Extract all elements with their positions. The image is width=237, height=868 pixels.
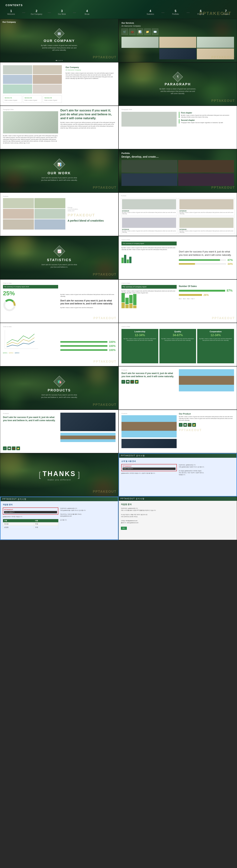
- products-w2-right: [60, 413, 115, 450]
- chart3-title: Number Of Sales: [179, 285, 234, 287]
- interior-img-4: [179, 218, 234, 228]
- slide-chart-data-4: Chart & Data ■ 系列1 ■ 系列2: [0, 323, 119, 366]
- services-awesome: An Awesome Company: [122, 25, 234, 27]
- service-card-3: Service 03 Enter a vision of good: [43, 95, 62, 103]
- port-w2-label: Portfolio: [121, 195, 235, 197]
- thanks-sub: make you different: [43, 478, 76, 481]
- chart2-quote: Don't aim for success if you want it; ju…: [60, 299, 115, 306]
- dot: [56, 60, 57, 61]
- table-cell-4: 유료: [34, 526, 58, 529]
- chart3-bar-group-3: [129, 295, 133, 308]
- nav-item-4[interactable]: 4 Break: [81, 9, 93, 15]
- second-chapter-text: Paragraph Slide chapter Second chapter r…: [181, 122, 234, 124]
- interior-text-3: By faith I mean a vision of good men and…: [122, 230, 176, 233]
- para-img: [3, 111, 58, 133]
- port-white-2-content: Portfolio INTERIOR By faith I mean a vis…: [119, 193, 237, 236]
- work-subtitle: Don't aim for success if you want it; ju…: [41, 177, 78, 181]
- products-w1-label: Products: [122, 369, 177, 371]
- slide-watermark-8: PPTAKEOUT: [93, 490, 116, 494]
- slide-chart-data-1: Chart & Data The summary of company repo…: [119, 236, 237, 279]
- slide-label-services: Our Services: [122, 22, 234, 24]
- nav-item-1[interactable]: 1 Welcome: [5, 9, 17, 15]
- slide-paragraph-dark: ¶ PARAGRAPH By faith I mean a vision of …: [119, 62, 237, 106]
- products-tablet-img-2: [122, 439, 177, 448]
- service-card-1: Service 01 Enter a vision of good: [3, 95, 22, 103]
- nav-item-5[interactable]: 4 Statistics: [145, 9, 156, 15]
- work-icon: 📊: [57, 162, 61, 166]
- svc-img-2: [33, 65, 62, 74]
- chart4-layout: ■ 系列1 ■ 系列2 ■ 系列3 100% 100%: [3, 329, 115, 363]
- svc-img-6: [33, 85, 62, 94]
- lqc-cooperation-title: Cooperation: [199, 331, 233, 333]
- chart4-legend: ■ 系列1 ■ 系列2 ■ 系列3: [3, 352, 58, 354]
- products-w1-right: [179, 369, 234, 407]
- slide-products-white-2: Products Don't aim for success if you wa…: [0, 410, 119, 453]
- doc2-right-text: 안녕하세요. pptakeout입니다. 저희 pptakeout을 이용해 주…: [60, 507, 116, 521]
- products-road-img-2: [122, 415, 177, 437]
- slide-watermark-6: PPTAKEOUT: [93, 273, 116, 276]
- chart3-left: The summary of company report By faith I…: [122, 285, 177, 320]
- products-watermark: PPTAKEOUT: [179, 429, 234, 432]
- interior-img-1: [122, 199, 176, 209]
- slide-statistics-dark: 📈 STATISTICS Don't aim for success if yo…: [0, 236, 119, 279]
- nav-item-3[interactable]: 3 Our Work: [56, 9, 68, 15]
- contents-title: CONTENTS: [5, 4, 232, 7]
- chart2-pct-value: 25%: [3, 290, 15, 297]
- service-cards: Service 01 Enter a vision of good Servic…: [3, 95, 62, 103]
- doc3-header: PPTAKEOUT 공지사항: [119, 497, 237, 501]
- doc2-table-container: 구분 내용 개인용 무료 상업용 유료: [3, 519, 58, 529]
- services-white-layout: Service 01 Enter a vision of good Servic…: [3, 65, 115, 103]
- chart3-bar-a2: [125, 298, 129, 304]
- products-icon2-1: 🛒: [3, 446, 7, 450]
- contents-watermark: PPTAKEOUT: [200, 11, 232, 16]
- port-img-2: [178, 160, 234, 173]
- company-icon-inner: 🏢: [57, 32, 61, 35]
- service-card-label-3: Service 03: [45, 97, 60, 99]
- chart4-val-2: 100%: [109, 344, 115, 347]
- lqc-leadership-value: 12-34%: [123, 334, 157, 337]
- lqc-cooperation: Cooperation 12-34% By faith I mean a vis…: [197, 329, 234, 363]
- products-icon: 🛍️: [57, 379, 61, 384]
- chart3-bar-a3: [129, 295, 133, 303]
- chart1-pct-1: 87%: [228, 258, 234, 261]
- nav-item-6[interactable]: 5 Portfolio: [170, 9, 181, 15]
- slide-watermark-3: PPTAKEOUT: [211, 99, 235, 103]
- chart2-right: By faith I mean a vision of good men and…: [60, 282, 115, 320]
- doc3-confirm-btn[interactable]: 확인: [121, 527, 127, 530]
- slide-watermark-7: PPTAKEOUT: [93, 403, 116, 407]
- doc1-right-text: 안녕하세요. pptakeout입니다. 저희 pptakeout을 이용해 주…: [179, 464, 234, 476]
- portfolio-label: Portfolio: [122, 152, 234, 154]
- chart2-desc: By faith I mean a vision of good men and…: [60, 293, 115, 297]
- lqc-quality-text: By faith I mean a vision of good men and…: [161, 338, 195, 341]
- doc2-body: 작업명 문의 PPTAKEOUT TAKE A BEAUTY pptakeout…: [1, 501, 118, 539]
- products-icon-4: 📁: [135, 380, 138, 384]
- doc2-red-box: PPTAKEOUT TAKE A BEAUTY: [3, 507, 58, 515]
- chart3-bar-pct-1: [179, 290, 225, 291]
- contents-panel: CONTENTS 1 Welcome — 2 Our Company — 3 O…: [0, 0, 237, 19]
- interior-card-2: INTERIOR By faith I mean a vision of goo…: [178, 198, 235, 215]
- second-chapter-title: Second chapter: [181, 119, 234, 121]
- chart2-pie-area: [3, 299, 58, 312]
- doc3-title: 작업명 문의: [121, 503, 235, 506]
- table-row-2: 개인용 무료: [3, 522, 58, 526]
- chart1-right: Don't aim for success if you want it; ju…: [179, 239, 234, 276]
- service-card-label-2: Service 02: [25, 97, 41, 99]
- products-w1-left: Products Don't aim for success if you wa…: [122, 369, 177, 407]
- products-tablet-img: [60, 413, 115, 431]
- port-w1-img-1: [3, 198, 34, 208]
- table-cell-2: 무료: [34, 522, 58, 526]
- doc1-red-box: PPTAKEOUT TAKE A BEAUTY: [121, 464, 177, 471]
- para2-left: [122, 112, 177, 146]
- service-img-4: [122, 49, 159, 60]
- lqc-leadership: Leadership 12-34% By faith I mean a visi…: [122, 329, 158, 363]
- thanks-bracket-left: [: [39, 471, 41, 479]
- paragraph-icon: ¶: [177, 75, 179, 79]
- para-section-label: Paragraph Slide: [3, 108, 58, 110]
- nav-separator-4: —: [161, 11, 164, 14]
- nav-item-2[interactable]: 2 Our Company: [31, 9, 42, 15]
- doc2-red-title: PPTAKEOUT: [4, 509, 57, 510]
- slide-doc-2: PPTAKEOUT 공지사항 작업명 문의 PPTAKEOUT TAKE A B…: [0, 497, 119, 540]
- slide-our-work-dark: 📊 OUR WORK Don't aim for success if you …: [0, 149, 119, 192]
- chart1-pct-2: 34%: [228, 262, 234, 266]
- para2-img: [122, 112, 177, 127]
